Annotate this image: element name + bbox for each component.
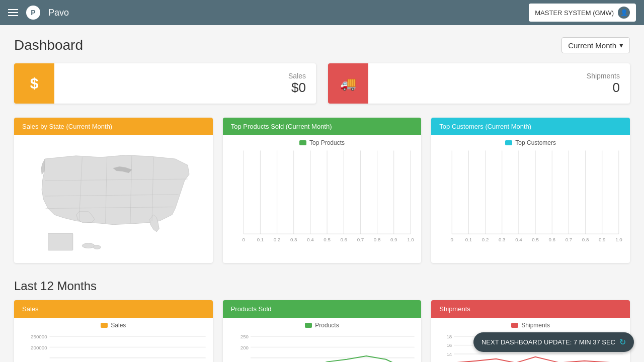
hamburger-icon[interactable] (8, 9, 18, 16)
top-customers-header: Top Customers (Current Month) (431, 118, 630, 135)
products-12m-svg: 250 200 (229, 332, 416, 362)
svg-point-8 (83, 243, 95, 248)
top-customers-chart: Top Customers 0 0.1 (431, 135, 630, 252)
shipments-value: 0 (378, 80, 620, 96)
svg-text:0.7: 0.7 (357, 237, 364, 242)
svg-text:250000: 250000 (31, 334, 47, 339)
system-label: MASTER SYSTEM (GMW) (535, 9, 614, 17)
svg-text:0.3: 0.3 (290, 237, 297, 242)
logo-icon: P (26, 6, 40, 20)
legend-red-dot (511, 323, 518, 328)
svg-text:200000: 200000 (31, 345, 47, 351)
products-12m-card: Products Sold Products 250 200 (223, 300, 422, 362)
sales-12m-chart: Sales 250000 200000 (14, 318, 213, 362)
kpi-sales-card: $ Sales $0 (14, 63, 316, 104)
svg-text:0.6: 0.6 (340, 237, 347, 242)
svg-text:0.8: 0.8 (582, 237, 589, 242)
svg-text:0.9: 0.9 (599, 237, 606, 242)
svg-text:0.2: 0.2 (273, 237, 280, 242)
current-month-charts: Sales by State (Current Month) (14, 118, 630, 263)
svg-text:0.8: 0.8 (373, 237, 380, 242)
top-customers-legend: Top Customers (437, 139, 624, 146)
system-button[interactable]: MASTER SYSTEM (GMW) 👤 (529, 4, 636, 22)
svg-text:14: 14 (447, 351, 452, 357)
sales-by-state-card: Sales by State (Current Month) (14, 118, 213, 263)
us-map-svg (20, 140, 206, 258)
products-12m-chart: Products 250 200 (223, 318, 422, 362)
update-badge: NEXT DASHBOARD UPDATE: 7 MIN 37 SEC ↻ (473, 332, 634, 352)
shipments-12m-header: Shipments (431, 300, 630, 318)
shipments-12m-card: Shipments Shipments 18 16 14 (431, 300, 630, 362)
sales-12m-header: Sales (14, 300, 213, 318)
last12-charts: Sales Sales 250000 200000 (14, 300, 630, 362)
update-label: NEXT DASHBOARD UPDATE: 7 MIN 37 SEC (481, 338, 615, 346)
page-title: Dashboard (14, 37, 83, 53)
sales-value: $0 (64, 80, 306, 96)
refresh-icon: ↻ (619, 337, 626, 347)
sales-12m-svg: 250000 200000 (20, 332, 207, 362)
dollar-icon: $ (30, 75, 39, 92)
svg-text:0.2: 0.2 (482, 237, 489, 242)
svg-text:1.0: 1.0 (615, 237, 622, 242)
svg-text:0.5: 0.5 (532, 237, 539, 242)
top-products-legend: Top Products (229, 139, 416, 146)
svg-text:0.7: 0.7 (566, 237, 573, 242)
svg-rect-7 (48, 233, 73, 250)
navbar: P Pavo MASTER SYSTEM (GMW) 👤 (0, 0, 644, 25)
svg-text:0.9: 0.9 (390, 237, 397, 242)
main-content: Dashboard Current Month ▾ $ Sales $0 🚚 S… (0, 25, 644, 362)
svg-text:0.4: 0.4 (307, 237, 314, 242)
map-container (14, 135, 213, 263)
sales-label: Sales (64, 72, 306, 80)
kpi-row: $ Sales $0 🚚 Shipments 0 (14, 63, 630, 104)
svg-text:0.1: 0.1 (257, 237, 264, 242)
svg-text:0.6: 0.6 (549, 237, 556, 242)
legend-orange-dot (101, 323, 108, 328)
top-customers-legend-label: Top Customers (515, 139, 556, 146)
sales-icon-box: $ (14, 63, 54, 104)
shipments-12m-legend-label: Shipments (521, 322, 550, 329)
sales-by-state-header: Sales by State (Current Month) (14, 118, 213, 135)
svg-text:18: 18 (447, 334, 452, 339)
svg-text:1.0: 1.0 (407, 237, 414, 242)
svg-text:0: 0 (451, 237, 454, 242)
svg-text:0: 0 (242, 237, 245, 242)
products-12m-legend-label: Products (315, 322, 339, 329)
svg-point-9 (94, 245, 101, 249)
shipments-icon-box: 🚚 (328, 63, 368, 104)
kpi-shipments-card: 🚚 Shipments 0 (328, 63, 630, 104)
svg-text:0.1: 0.1 (465, 237, 472, 242)
top-products-chart: Top Products (223, 135, 422, 252)
svg-text:0.5: 0.5 (324, 237, 331, 242)
top-products-header: Top Products Sold (Current Month) (223, 118, 422, 135)
top-customers-card: Top Customers (Current Month) Top Custom… (431, 118, 630, 263)
shipments-info: Shipments 0 (368, 72, 630, 96)
navbar-left: P Pavo (8, 6, 69, 20)
sales-info: Sales $0 (54, 72, 316, 96)
sales-12m-legend-label: Sales (111, 322, 126, 329)
navbar-right: MASTER SYSTEM (GMW) 👤 (529, 4, 636, 22)
legend-green-dot2 (305, 323, 312, 328)
shipments-label: Shipments (378, 72, 620, 80)
top-products-legend-label: Top Products (309, 139, 345, 146)
dashboard-header: Dashboard Current Month ▾ (14, 37, 630, 53)
top-products-svg: 0 0.1 0.2 0.3 0.4 0.5 0.6 0.7 0.8 0.9 1.… (229, 149, 416, 250)
top-customers-svg: 0 0.1 0.2 0.3 0.4 0.5 0.6 0.7 0.8 0.9 1.… (437, 149, 624, 250)
legend-green-dot (299, 140, 306, 145)
shipments-12m-legend: Shipments (437, 322, 624, 329)
brand-label: Pavo (48, 8, 69, 18)
last-12-title: Last 12 Months (14, 279, 630, 293)
sales-12m-card: Sales Sales 250000 200000 (14, 300, 213, 362)
period-label: Current Month (568, 41, 616, 50)
period-selector[interactable]: Current Month ▾ (561, 37, 630, 53)
svg-text:16: 16 (447, 343, 452, 348)
user-avatar: 👤 (618, 7, 630, 19)
svg-text:0.4: 0.4 (515, 237, 522, 242)
products-12m-header: Products Sold (223, 300, 422, 318)
legend-teal-dot (505, 140, 512, 145)
period-chevron-icon: ▾ (619, 41, 623, 50)
top-products-card: Top Products Sold (Current Month) Top Pr… (223, 118, 422, 263)
svg-text:0.3: 0.3 (499, 237, 506, 242)
svg-text:200: 200 (240, 345, 249, 351)
products-12m-legend: Products (229, 322, 416, 329)
